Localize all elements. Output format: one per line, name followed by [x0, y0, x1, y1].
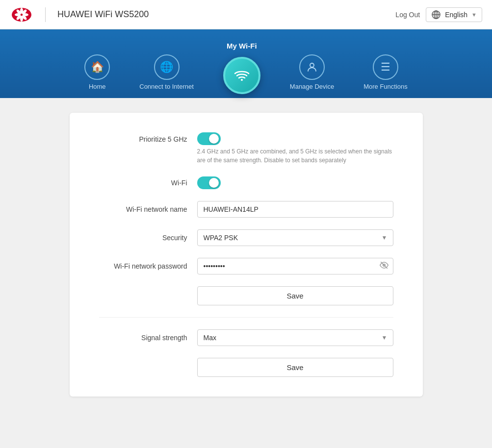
save1-control: Save	[197, 286, 393, 305]
security-select[interactable]: WPA2 PSK	[197, 229, 393, 246]
nav-label-more: More Functions	[363, 83, 408, 90]
main-content: Prioritize 5 GHz 2.4 GHz and 5 GHz are c…	[0, 98, 492, 411]
home-icon: 🏠	[84, 54, 110, 80]
wifi-toggle-control	[197, 176, 393, 189]
security-label: Security	[99, 234, 197, 242]
svg-point-14	[310, 63, 314, 67]
language-label: English	[445, 11, 467, 19]
nav-item-home[interactable]: 🏠 Home	[70, 54, 125, 98]
header-right: Log Out English ▼	[395, 7, 482, 22]
nav-label-manage: Manage Device	[290, 83, 334, 90]
network-name-control	[197, 201, 393, 218]
toggle-thumb	[209, 134, 219, 144]
header-divider	[45, 7, 46, 22]
signal-row: Signal strength Max High Medium Low ▼	[99, 329, 393, 346]
language-chevron-icon: ▼	[471, 12, 477, 18]
logo-area: HUAWEI WiFi WS5200	[10, 6, 149, 24]
nav-item-manage[interactable]: Manage Device	[275, 54, 349, 98]
network-name-label: Wi-Fi network name	[99, 205, 197, 213]
signal-label: Signal strength	[99, 334, 197, 342]
prioritize5ghz-toggle[interactable]	[197, 132, 221, 145]
manage-icon	[299, 54, 325, 80]
save1-row: Save	[99, 286, 393, 305]
connect-icon: 🌐	[154, 54, 180, 80]
nav-items: 🏠 Home 🌐 Connect to Internet My Wi-Fi	[0, 42, 492, 98]
security-row: Security WPA2 PSK ▼	[99, 229, 393, 246]
nav-label-mywifi: My Wi-Fi	[227, 42, 257, 50]
app-title: HUAWEI WiFi WS5200	[57, 9, 149, 20]
prioritize5ghz-row: Prioritize 5 GHz 2.4 GHz and 5 GHz are c…	[99, 132, 393, 165]
save-button-1[interactable]: Save	[197, 286, 393, 305]
prioritize5ghz-label: Prioritize 5 GHz	[99, 132, 197, 143]
more-icon: ☰	[373, 54, 398, 80]
nav-label-connect: Connect to Internet	[139, 83, 194, 90]
wifi-toggle[interactable]	[197, 176, 221, 189]
save2-control: Save	[197, 358, 393, 377]
network-name-input[interactable]	[197, 201, 393, 218]
wifi-icon	[223, 57, 260, 94]
navigation: 🏠 Home 🌐 Connect to Internet My Wi-Fi	[0, 29, 492, 98]
wifi-toggle-label: Wi-Fi	[99, 179, 197, 187]
toggle-password-icon[interactable]	[380, 261, 388, 272]
save2-row: Save	[99, 358, 393, 377]
password-control	[197, 258, 393, 274]
section-divider	[99, 317, 393, 318]
nav-label-home: Home	[89, 83, 106, 90]
globe-icon	[431, 10, 441, 20]
wifi-toggle-row: Wi-Fi	[99, 176, 393, 189]
signal-control: Max High Medium Low ▼	[197, 329, 393, 346]
nav-item-connect[interactable]: 🌐 Connect to Internet	[125, 54, 208, 98]
network-name-row: Wi-Fi network name	[99, 201, 393, 218]
settings-card: Prioritize 5 GHz 2.4 GHz and 5 GHz are c…	[70, 113, 423, 397]
svg-point-13	[241, 79, 243, 81]
nav-item-mywifi[interactable]: My Wi-Fi	[208, 42, 275, 98]
password-row: Wi-Fi network password	[99, 258, 393, 274]
logout-button[interactable]: Log Out	[395, 11, 420, 19]
huawei-logo	[10, 6, 33, 24]
password-input[interactable]	[197, 258, 393, 274]
header: HUAWEI WiFi WS5200 Log Out English ▼	[0, 0, 492, 29]
language-selector[interactable]: English ▼	[426, 7, 482, 22]
wifi-toggle-thumb	[209, 178, 219, 188]
prioritize5ghz-hint: 2.4 GHz and 5 GHz are combined, and 5 GH…	[197, 147, 393, 165]
password-label: Wi-Fi network password	[99, 262, 197, 270]
save-button-2[interactable]: Save	[197, 358, 393, 377]
security-control: WPA2 PSK ▼	[197, 229, 393, 246]
signal-select[interactable]: Max High Medium Low	[197, 329, 393, 346]
nav-item-more[interactable]: ☰ More Functions	[349, 54, 422, 98]
prioritize5ghz-control: 2.4 GHz and 5 GHz are combined, and 5 GH…	[197, 132, 393, 165]
